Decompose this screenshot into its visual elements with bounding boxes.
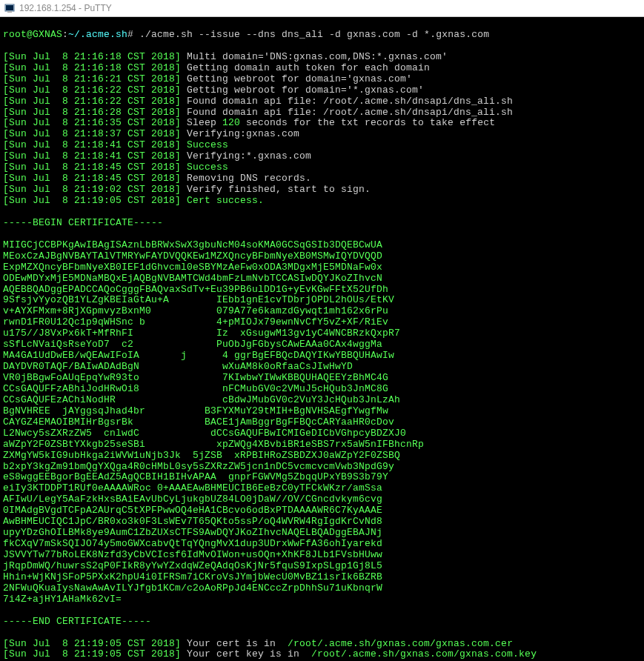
cert-line: jRqpDmWQ/huwrsS2qP0FIkR8yYwYZxdqWZeQAdqO… <box>3 561 641 572</box>
log-line: [Sun Jul 8 21:19:02 CST 2018] Verify fin… <box>3 185 641 196</box>
cert-line: JSVVYTw77bRoLEK8Nzfd3yCbVCIcsf6IdMvOIWon… <box>3 550 641 561</box>
window-titlebar: 192.168.1.254 - PuTTY <box>0 0 644 17</box>
cert-line: b2xpY3kgZm91bmQgYXQga4R0cHMbL0sy5sZXRzZW… <box>3 462 641 473</box>
log-line: [Sun Jul 8 21:18:45 CST 2018] Success <box>3 162 641 173</box>
cert-line: 0IMAdgBVgdTCFpA2AUrqC5tXPFPwwOQ4eHA1CBcv… <box>3 505 641 516</box>
cert-line: VR0jBBgwFoAUqEpqYwR93to 7KIwbwYIWwKBBQUH… <box>3 373 641 384</box>
log-line: [Sun Jul 8 21:18:41 CST 2018] Verifying:… <box>3 151 641 162</box>
log-line: [Sun Jul 8 21:16:22 CST 2018] Found doma… <box>3 96 641 107</box>
cert-line: L2Nwcy5sZXRzZW5 cnlwdC dCCsGAQUFBwICMIGe… <box>3 428 641 439</box>
cert-line: MA4GA1UdDwEB/wQEAwIFoIA j 4 ggrBgEFBQcDA… <box>3 351 641 362</box>
cert-line: DAYDVR0TAQF/BAIwADAdBgN wXuAM8k0oRfaaCsJ… <box>3 362 641 373</box>
prompt-path: ~/.acme.sh <box>68 29 127 40</box>
cert-line: 2NFWuQKuaIysNawAwAvILYJfgb1KCm/c2oAoRPpJ… <box>3 583 641 594</box>
log-line: [Sun Jul 8 21:19:05 CST 2018] Cert succe… <box>3 196 641 207</box>
cert-line: sSfLcNVaiQsRseYoD7 c2 PuObJgFGbysCAwEAAa… <box>3 339 641 351</box>
log-line: [Sun Jul 8 21:16:21 CST 2018] Getting we… <box>3 74 641 85</box>
cert-line: AQEBBQADggEPADCCAQoCgggFBAQvaxSdTv+Eu39P… <box>3 285 641 296</box>
cert-line: ExpMZXQncyBFbmNyeXB0IEF1dGhvcml0eSBYMzAe… <box>3 262 641 273</box>
terminal-output[interactable]: root@GXNAS:~/.acme.sh# ./acme.sh --issue… <box>0 17 644 661</box>
cert-line: Hhin+WjKNjSFoP5PXxK2hpU4i0IFRSm7iCKroVsJ… <box>3 572 641 583</box>
log-line: [Sun Jul 8 21:18:41 CST 2018] Success <box>3 140 641 151</box>
cert-line: CCsGAQUFEzAChiNodHR cBdwJMubGV0c2VuY3JcH… <box>3 395 641 406</box>
prompt-line: root@GXNAS:~/.acme.sh# ./acme.sh --issue… <box>3 30 641 41</box>
cert-line: MIIGCjCCBPKgAwIBAgISAznLbBRWxSwX3gbuNcM0… <box>3 240 641 251</box>
log-line: [Sun Jul 8 21:16:22 CST 2018] Getting we… <box>3 85 641 96</box>
cert-line: eiIy3KTDDPT1RUf0eAAAAWRoc 0+AAAEAwBHMEUC… <box>3 483 641 494</box>
log-line: [Sun Jul 8 21:16:28 CST 2018] Found doma… <box>3 107 641 119</box>
log-line: [Sun Jul 8 21:18:37 CST 2018] Verifying:… <box>3 129 641 140</box>
cert-line: CAYGZ4EMAOIBMIHrBgsrBk BACE1jAmBggrBgFFB… <box>3 417 641 428</box>
cert-line: upyYDzGhOILBMk8ye9AumC1ZbZUXsCTFS9AwDQYJ… <box>3 528 641 539</box>
log-line: [Sun Jul 8 21:16:18 CST 2018] Getting do… <box>3 63 641 74</box>
cert-line: ODEwMDYxMjE5MDNaMBQxEjAQBgNVBAMTCWd4bmFz… <box>3 273 641 285</box>
cert-line: ZXMgYW5kIG9ubHkga2iWVW1uNjb3Jk 5jZSB xRP… <box>3 451 641 462</box>
cert-line: aWZpY2F0ZSBtYXkgb25seSBi xpZWQg4XBvbiBR1… <box>3 439 641 451</box>
log-line: [Sun Jul 8 21:16:18 CST 2018] Multi doma… <box>3 52 641 63</box>
cert-line: u175//J8VxPx6kT+MfRhFI Iz xGsugwM13gv1yC… <box>3 328 641 339</box>
prompt-colon: : <box>62 29 68 40</box>
svg-rect-1 <box>6 5 13 10</box>
cert-line: 7i4Z+ajHY1AHaMk62vI= <box>3 594 641 605</box>
cert-line: BgNVHREE jAYggsqJhad4br B3FYXMuY29tMIH+B… <box>3 406 641 417</box>
svg-rect-2 <box>7 11 12 13</box>
cert-line: fkCXqV7mSkSQIJO74y5moGWXcabvQtTqYQngMvX1… <box>3 539 641 550</box>
cert-line: 9SfsjvYyozQB1YLZgKBEIaGtAu+A IEbb1gnE1cv… <box>3 295 641 306</box>
prompt-user-host: root@GXNAS <box>3 29 62 40</box>
footer-line: [Sun Jul 8 21:19:05 CST 2018] Your cert … <box>3 639 641 650</box>
cert-begin: -----BEGIN CERTIFICATE----- <box>3 218 641 229</box>
cert-line: CCsGAQUFFzABhiJodHRwOi8 nFCMubGV0c2VMuJ5… <box>3 384 641 395</box>
cert-end: -----END CERTIFICATE----- <box>3 617 641 628</box>
log-line: [Sun Jul 8 21:18:45 CST 2018] Removing D… <box>3 173 641 185</box>
cert-line: v+AYXFMxm+8RjXGpmvyzBxnM0 079A77e6kamzdG… <box>3 306 641 317</box>
cert-line: AwBHMEUCIQC1JpC/BR0xo3k0F3LsWEv7T65QKto5… <box>3 516 641 528</box>
cert-line: AFIwU/LegY5AaFzkHxsBAiEAvUbCyLjukgbUZ84L… <box>3 494 641 505</box>
prompt-hash: # <box>127 29 133 40</box>
command-text: ./acme.sh --issue --dns dns_ali -d gxnas… <box>133 29 489 40</box>
log-line: [Sun Jul 8 21:16:35 CST 2018] Sleep 120 … <box>3 118 641 129</box>
cert-line: MEoxCzAJBgNVBAYTAlVTMRYwFAYDVQQKEw1MZXQn… <box>3 251 641 262</box>
cert-line: eS8wggEEBgorBgEEAdZ5AgQCBIH1BIHvAPAA gnp… <box>3 472 641 483</box>
footer-line: [Sun Jul 8 21:19:05 CST 2018] Your cert … <box>3 649 641 660</box>
cert-line: rwnD1FR0U12Qc1p9qWHSnc b 4+pMIOJx79ewnNv… <box>3 317 641 328</box>
putty-icon <box>4 3 15 13</box>
window-title: 192.168.1.254 - PuTTY <box>19 3 112 13</box>
